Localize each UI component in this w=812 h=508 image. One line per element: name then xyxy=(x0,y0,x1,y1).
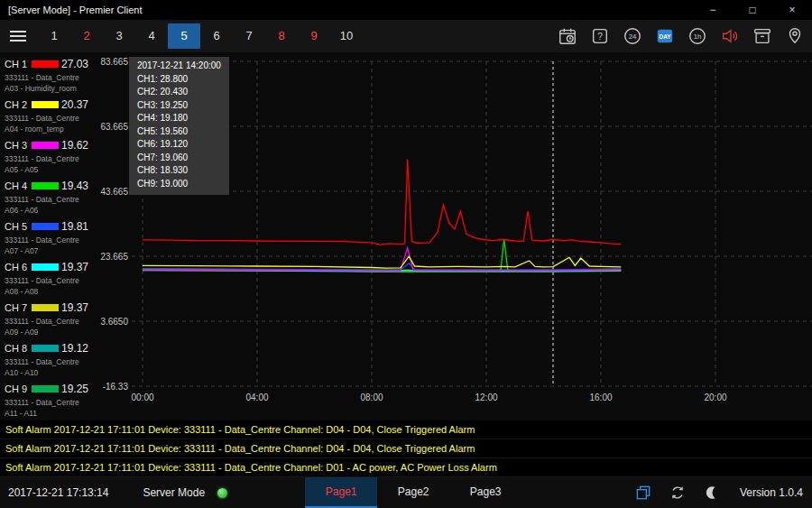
screen-tab-8[interactable]: 8 xyxy=(265,23,298,49)
hours-24-icon[interactable]: 24 xyxy=(619,23,646,50)
channel-item[interactable]: CH 2 20.37 333111 - Data_Centre A04 - ro… xyxy=(5,96,88,136)
svg-text:?: ? xyxy=(597,32,603,42)
channel-item[interactable]: CH 8 19.12 333111 - Data_Centre A10 - A1… xyxy=(5,339,88,380)
channel-name: CH 8 xyxy=(5,343,30,354)
screen-tab-3[interactable]: 3 xyxy=(103,23,135,49)
alarm-row[interactable]: Soft Alarm 2017-12-21 17:11:01 Device: 3… xyxy=(0,420,812,439)
version-label: Version 1.0.4 xyxy=(740,486,803,499)
channel-color-swatch xyxy=(32,263,59,271)
alarm-row[interactable]: Soft Alarm 2017-12-21 17:11:01 Device: 3… xyxy=(0,458,812,477)
channel-point: A07 - A07 xyxy=(5,246,88,255)
channel-value: 19.43 xyxy=(61,180,88,192)
screen-tab-6[interactable]: 6 xyxy=(200,23,233,49)
series-line-CH2 xyxy=(143,256,621,268)
tooltip-channel-value: CH1: 28.800 xyxy=(137,73,221,87)
status-page-tab-page3[interactable]: Page3 xyxy=(449,477,521,508)
tooltip-channel-value: CH3: 19.250 xyxy=(137,99,221,113)
channel-color-swatch xyxy=(32,345,59,352)
svg-text:DAY: DAY xyxy=(660,33,672,40)
svg-text:1h: 1h xyxy=(694,32,702,41)
x-axis-label: 04:00 xyxy=(245,393,268,402)
tooltip-channel-value: CH4: 19.180 xyxy=(137,112,221,125)
page-number-tabs: 12345678910 xyxy=(38,23,363,49)
screen-tab-2[interactable]: 2 xyxy=(70,23,103,49)
channel-name: CH 5 xyxy=(5,221,30,232)
menu-hamburger-icon[interactable] xyxy=(0,28,32,44)
night-mode-moon-icon[interactable] xyxy=(698,485,725,501)
channel-color-swatch xyxy=(32,101,59,108)
channel-name: CH 3 xyxy=(5,140,30,151)
minimize-icon[interactable]: − xyxy=(693,0,733,20)
hour-1-icon[interactable]: 1h xyxy=(684,23,711,50)
channel-device: 333111 - Data_Centre xyxy=(5,195,88,204)
location-pin-icon[interactable] xyxy=(781,23,808,50)
channel-device: 333111 - Data_Centre xyxy=(5,154,88,163)
channel-point: A09 - A09 xyxy=(5,328,88,337)
channel-color-swatch xyxy=(32,182,59,189)
channel-value: 20.37 xyxy=(61,98,88,111)
channel-item[interactable]: CH 3 19.62 333111 - Data_Centre A05 - A0… xyxy=(5,136,88,177)
channel-item[interactable]: CH 5 19.81 333111 - Data_Centre A07 - A0… xyxy=(5,217,88,258)
channel-value: 19.25 xyxy=(61,383,88,395)
y-axis-label: -16.33 xyxy=(103,382,129,392)
question-box-icon[interactable]: ? xyxy=(586,23,614,50)
main-area: CH 1 27.03 333111 - Data_Centre A03 - Hu… xyxy=(0,52,812,420)
y-axis-label: 63.665 xyxy=(100,122,128,132)
channel-value: 19.62 xyxy=(61,139,88,152)
x-axis-label: 08:00 xyxy=(360,393,383,402)
alarm-row[interactable]: Soft Alarm 2017-12-21 17:11:01 Device: 3… xyxy=(0,439,812,458)
channel-value: 27.03 xyxy=(61,58,88,70)
sync-refresh-icon[interactable] xyxy=(664,484,691,502)
channel-sidebar: CH 1 27.03 333111 - Data_Centre A03 - Hu… xyxy=(0,52,92,420)
status-datetime: 2017-12-21 17:13:14 xyxy=(8,486,108,499)
channel-item[interactable]: CH 6 19.37 333111 - Data_Centre A08 - A0… xyxy=(5,258,88,299)
channel-value: 19.81 xyxy=(61,220,88,233)
channel-point: A10 - A10 xyxy=(5,368,88,377)
channel-value: 19.12 xyxy=(61,342,88,355)
channel-name: CH 1 xyxy=(5,59,30,69)
tooltip-channel-value: CH8: 18.930 xyxy=(137,164,221,178)
channel-item[interactable]: CH 7 19.37 333111 - Data_Centre A09 - A0… xyxy=(5,299,88,339)
calendar-history-icon[interactable] xyxy=(554,23,581,50)
channel-device: 333111 - Data_Centre xyxy=(5,236,88,245)
screen-tab-4[interactable]: 4 xyxy=(135,23,168,49)
y-axis-label: 23.665 xyxy=(100,252,128,262)
channel-device: 333111 - Data_Centre xyxy=(5,357,88,366)
speaker-icon[interactable] xyxy=(716,23,743,50)
screen-tab-7[interactable]: 7 xyxy=(233,23,265,49)
channel-name: CH 4 xyxy=(5,180,30,191)
title-bar: [Server Mode] - Premier Client −□× xyxy=(0,0,812,20)
day-view-icon[interactable]: DAY xyxy=(651,23,678,50)
alarm-log: Soft Alarm 2017-12-21 17:11:01 Device: 3… xyxy=(0,420,812,477)
close-icon[interactable]: × xyxy=(772,0,812,20)
channel-color-swatch xyxy=(32,223,59,230)
toolbar-icons: ?24DAY1h xyxy=(549,23,812,50)
screen-tab-9[interactable]: 9 xyxy=(298,23,330,49)
tooltip-channel-value: CH7: 19.060 xyxy=(137,152,221,165)
status-page-tab-page1[interactable]: Page1 xyxy=(305,477,377,508)
screen-tab-10[interactable]: 10 xyxy=(330,23,363,49)
channel-item[interactable]: CH 4 19.43 333111 - Data_Centre A06 - A0… xyxy=(5,177,88,217)
channel-device: 333111 - Data_Centre xyxy=(5,276,88,285)
screen-tab-5[interactable]: 5 xyxy=(168,23,200,49)
channel-color-swatch xyxy=(32,304,59,311)
x-axis-label: 16:00 xyxy=(589,393,612,402)
channel-point: A03 - Humidity_room xyxy=(5,84,88,93)
status-page-tabs: Page1Page2Page3 xyxy=(305,477,521,508)
status-page-tab-page2[interactable]: Page2 xyxy=(377,477,449,508)
channel-item[interactable]: CH 1 27.03 333111 - Data_Centre A03 - Hu… xyxy=(5,55,88,96)
channel-point: A11 - A11 xyxy=(5,409,88,418)
channel-point: A04 - room_temp xyxy=(5,125,88,134)
x-axis-label: 12:00 xyxy=(475,393,497,402)
channel-name: CH 7 xyxy=(5,302,30,313)
screen-tab-1[interactable]: 1 xyxy=(38,23,70,49)
cascade-windows-icon[interactable] xyxy=(630,484,657,502)
channel-device: 333111 - Data_Centre xyxy=(5,398,88,407)
archive-icon[interactable] xyxy=(749,23,776,50)
x-axis-label: 20:00 xyxy=(704,393,726,402)
channel-name: CH 2 xyxy=(5,99,30,110)
tooltip-timestamp: 2017-12-21 14:20:00 xyxy=(137,60,221,73)
maximize-icon[interactable]: □ xyxy=(733,0,772,20)
y-axis-label: 3.6650 xyxy=(100,317,128,327)
channel-item[interactable]: CH 9 19.25 333111 - Data_Centre A11 - A1… xyxy=(5,380,88,420)
